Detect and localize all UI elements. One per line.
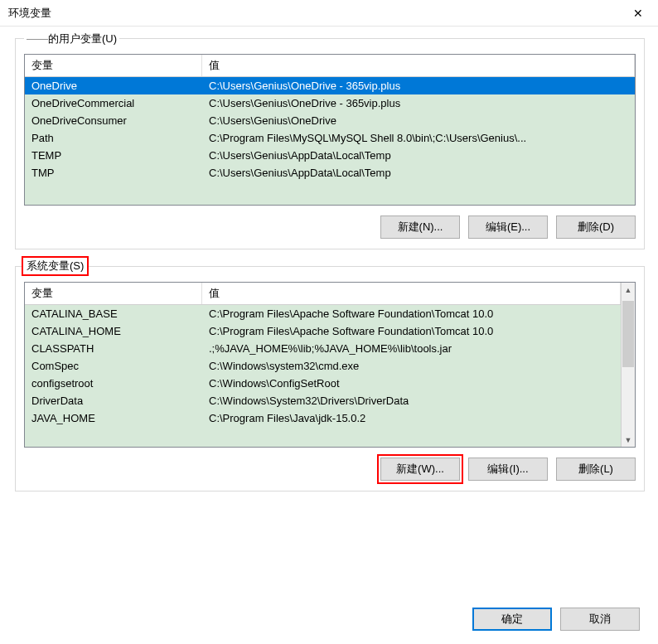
cell-variable: CATALINA_HOME — [25, 322, 202, 340]
cell-variable: CLASSPATH — [25, 340, 202, 357]
system-scrollbar[interactable]: ▲ ▼ — [621, 283, 635, 447]
cell-value: C:\Users\Genius\OneDrive - 365vip.plus — [202, 77, 635, 94]
user-new-button[interactable]: 新建(N)... — [380, 215, 460, 239]
cell-variable: ComSpec — [25, 357, 202, 375]
table-row[interactable]: CATALINA_HOMEC:\Program Files\Apache Sof… — [25, 322, 621, 340]
cell-value: C:\Program Files\Java\jdk-15.0.2 — [202, 409, 621, 427]
table-row[interactable]: PathC:\Program Files\MySQL\MySQL Shell 8… — [25, 129, 635, 147]
scrollbar-down-icon[interactable]: ▼ — [622, 433, 635, 447]
window-title: 环境变量 — [8, 6, 51, 21]
cell-variable: DriverData — [25, 392, 202, 409]
cell-variable: OneDrive — [25, 77, 202, 94]
cancel-button[interactable]: 取消 — [560, 608, 640, 631]
cell-variable: configsetroot — [25, 375, 202, 392]
system-table-header: 变量 值 — [25, 283, 621, 305]
cell-value: C:\Program Files\Apache Software Foundat… — [202, 322, 621, 340]
table-row[interactable]: TEMPC:\Users\Genius\AppData\Local\Temp — [25, 147, 635, 164]
user-variables-table[interactable]: 变量 值 OneDriveC:\Users\Genius\OneDrive - … — [24, 54, 636, 206]
cell-value: C:\Program Files\Apache Software Foundat… — [202, 305, 621, 322]
cell-value: C:\Users\Genius\OneDrive — [202, 112, 635, 129]
user-header-value[interactable]: 值 — [202, 55, 635, 76]
system-variables-group: 系统变量(S) 变量 值 CATALINA_BASEC:\Program Fil… — [15, 266, 645, 491]
cell-variable: TMP — [25, 164, 202, 182]
cell-value: C:\Users\Genius\OneDrive - 365vip.plus — [202, 94, 635, 112]
cell-variable: Path — [25, 129, 202, 147]
table-row[interactable]: CATALINA_BASEC:\Program Files\Apache Sof… — [25, 305, 621, 322]
cell-variable: TEMP — [25, 147, 202, 164]
user-group-label: ——的用户变量(U) — [24, 31, 119, 46]
scrollbar-up-icon[interactable]: ▲ — [622, 283, 635, 297]
table-row[interactable]: configsetrootC:\Windows\ConfigSetRoot — [25, 375, 621, 392]
dialog-footer: 确定 取消 — [472, 608, 640, 631]
system-button-row: 新建(W)... 编辑(I)... 删除(L) — [24, 458, 636, 481]
close-button[interactable]: ✕ — [627, 2, 650, 25]
table-row[interactable]: OneDriveCommercialC:\Users\Genius\OneDri… — [25, 94, 635, 112]
ok-button[interactable]: 确定 — [472, 608, 552, 631]
system-header-value[interactable]: 值 — [202, 283, 621, 304]
system-header-variable[interactable]: 变量 — [25, 283, 202, 304]
user-variables-group: ——的用户变量(U) 变量 值 OneDriveC:\Users\Genius\… — [15, 38, 645, 249]
dialog-content: ——的用户变量(U) 变量 值 OneDriveC:\Users\Genius\… — [0, 27, 658, 553]
user-delete-button[interactable]: 删除(D) — [556, 215, 636, 239]
table-row[interactable]: ComSpecC:\Windows\system32\cmd.exe — [25, 357, 621, 375]
system-variables-table[interactable]: 变量 值 CATALINA_BASEC:\Program Files\Apach… — [24, 282, 636, 448]
system-edit-button[interactable]: 编辑(I)... — [468, 458, 548, 481]
table-row[interactable]: JAVA_HOMEC:\Program Files\Java\jdk-15.0.… — [25, 409, 621, 427]
scrollbar-thumb[interactable] — [622, 301, 634, 367]
table-row[interactable]: OneDriveC:\Users\Genius\OneDrive - 365vi… — [25, 77, 635, 94]
user-header-variable[interactable]: 变量 — [25, 55, 202, 76]
cell-variable: OneDriveCommercial — [25, 94, 202, 112]
titlebar: 环境变量 ✕ — [0, 0, 658, 27]
cell-value: C:\Users\Genius\AppData\Local\Temp — [202, 147, 635, 164]
username-masked: —— — [27, 32, 48, 45]
table-row[interactable]: TMPC:\Users\Genius\AppData\Local\Temp — [25, 164, 635, 182]
cell-value: C:\Windows\ConfigSetRoot — [202, 375, 621, 392]
user-table-header: 变量 值 — [25, 55, 635, 77]
cell-variable: CATALINA_BASE — [25, 305, 202, 322]
cell-variable: OneDriveConsumer — [25, 112, 202, 129]
system-new-button[interactable]: 新建(W)... — [380, 458, 460, 481]
system-group-label: 系统变量(S) — [22, 256, 89, 276]
user-edit-button[interactable]: 编辑(E)... — [468, 215, 548, 239]
cell-value: C:\Program Files\MySQL\MySQL Shell 8.0\b… — [202, 129, 635, 147]
cell-value: C:\Windows\System32\Drivers\DriverData — [202, 392, 621, 409]
table-row[interactable]: CLASSPATH.;%JAVA_HOME%\lib;%JAVA_HOME%\l… — [25, 340, 621, 357]
table-row[interactable]: OneDriveConsumerC:\Users\Genius\OneDrive — [25, 112, 635, 129]
cell-value: .;%JAVA_HOME%\lib;%JAVA_HOME%\lib\tools.… — [202, 340, 621, 357]
system-delete-button[interactable]: 删除(L) — [556, 458, 636, 481]
cell-variable: JAVA_HOME — [25, 409, 202, 427]
cell-value: C:\Users\Genius\AppData\Local\Temp — [202, 164, 635, 182]
table-row[interactable]: DriverDataC:\Windows\System32\Drivers\Dr… — [25, 392, 621, 409]
cell-value: C:\Windows\system32\cmd.exe — [202, 357, 621, 375]
user-group-label-suffix: 的用户变量(U) — [48, 32, 117, 45]
user-button-row: 新建(N)... 编辑(E)... 删除(D) — [24, 215, 636, 239]
